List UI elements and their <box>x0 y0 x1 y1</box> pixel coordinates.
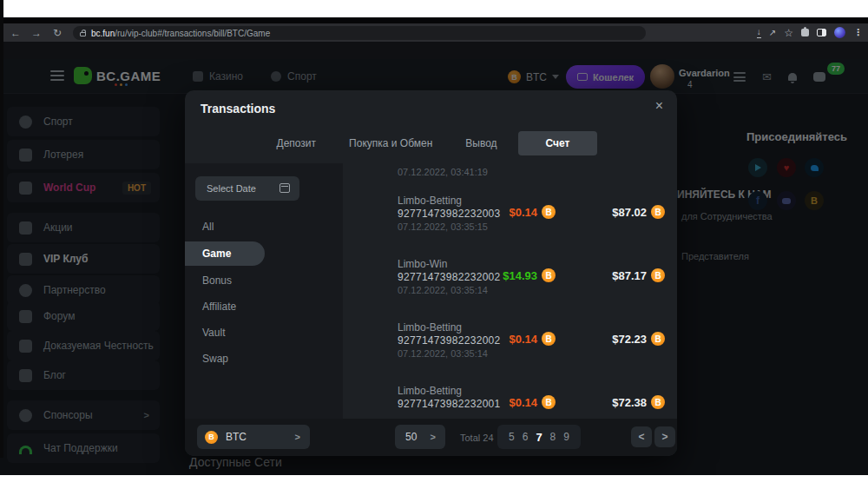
filter-swap[interactable]: Swap <box>202 353 228 365</box>
browser-window: ← → ↻ bc.fun /ru/vip-club#/transactions/… <box>0 17 868 458</box>
page-size-value: 50 <box>405 431 417 443</box>
calendar-icon <box>279 183 290 193</box>
partial-row-time: 07.12.2022, 03:41:19 <box>398 167 488 177</box>
tx-title: Limbo-Betting <box>398 321 462 334</box>
tx-balance: $87.17 <box>612 269 647 282</box>
prev-page-button[interactable]: < <box>631 426 652 447</box>
window-left-edge <box>0 0 3 458</box>
tx-title: Limbo-Betting <box>398 195 462 207</box>
page-8[interactable]: 8 <box>550 431 556 443</box>
tx-amount: $0.14 <box>509 206 537 219</box>
transaction-tabs: Депозит Покупка и Обмен Вывод Счет <box>185 131 677 155</box>
page-7-active[interactable]: 7 <box>536 431 542 444</box>
filter-all[interactable]: All <box>202 221 214 233</box>
share-icon[interactable]: ↗ <box>769 29 776 37</box>
url-host: bc.fun <box>91 29 115 38</box>
tx-time: 07.12.2022, 03:35:15 <box>398 221 488 232</box>
page-5[interactable]: 5 <box>509 431 515 443</box>
url-path: /ru/vip-club#/transactions/bill/BTC/Game <box>115 29 270 38</box>
tx-amount: $14.93 <box>503 269 537 282</box>
tx-balance: $72.23 <box>612 333 647 346</box>
reload-icon[interactable]: ↻ <box>47 27 68 39</box>
tx-balance: $87.02 <box>612 206 647 219</box>
browser-tab-strip <box>0 17 868 23</box>
select-date-label: Select Date <box>207 183 256 194</box>
btc-coin-icon: B <box>651 332 665 346</box>
page-size-selector[interactable]: 50 > <box>395 425 445 449</box>
tx-amount: $0.14 <box>509 333 537 346</box>
download-icon[interactable]: ↓ <box>757 28 761 38</box>
tab-withdraw[interactable]: Вывод <box>453 131 509 155</box>
address-bar[interactable]: bc.fun /ru/vip-club#/transactions/bill/B… <box>73 26 646 40</box>
modal-footer: B BTC > 50 > Total 24 5 6 7 8 9 <box>185 419 677 456</box>
filter-game[interactable]: Game <box>185 241 265 266</box>
filter-affiliate[interactable]: Affiliate <box>202 301 236 313</box>
tx-amount: $0.14 <box>509 396 537 409</box>
transaction-row[interactable]: Limbo-Betting 92771473982232003 07.12.20… <box>398 195 677 238</box>
close-icon[interactable]: × <box>655 98 663 114</box>
transaction-row[interactable]: Limbo-Betting 92771473982232001 $0.14B $… <box>398 385 677 419</box>
chevron-right-icon: > <box>295 432 300 442</box>
btc-coin-icon: B <box>542 205 556 219</box>
filter-vault[interactable]: Vault <box>202 327 225 339</box>
screenshot-stage: ← → ↻ bc.fun /ru/vip-club#/transactions/… <box>0 0 868 489</box>
filter-game-label: Game <box>202 248 231 260</box>
total-count: Total 24 <box>460 433 494 443</box>
footer-currency-selector[interactable]: B BTC > <box>197 425 310 449</box>
lock-icon <box>80 32 86 36</box>
tab-bill[interactable]: Счет <box>518 131 598 155</box>
site-page: BC.GAME Казино Спорт B BTC <box>0 59 868 475</box>
tx-time: 07.12.2022, 03:35:14 <box>398 348 488 359</box>
btc-coin-icon: B <box>651 395 665 409</box>
forward-icon[interactable]: → <box>26 27 47 39</box>
pagination: 5 6 7 8 9 <box>497 425 581 449</box>
back-icon[interactable]: ← <box>5 27 26 39</box>
filter-bonus[interactable]: Bonus <box>202 274 232 287</box>
tx-id: 92771473982232003 <box>398 208 501 220</box>
toolbar-right-icons: ↓ ↗ ☆ ⋮ <box>757 23 863 42</box>
tx-id: 92771473982232001 <box>398 398 501 410</box>
bookmark-star-icon[interactable]: ☆ <box>784 28 793 38</box>
browser-menu-icon[interactable]: ⋮ <box>853 27 863 38</box>
footer-currency-label: BTC <box>226 431 247 443</box>
btc-coin-icon: B <box>542 332 556 346</box>
transaction-row[interactable]: Limbo-Betting 92771473982232002 07.12.20… <box>398 321 677 365</box>
page-9[interactable]: 9 <box>563 431 569 443</box>
transactions-list: 07.12.2022, 03:41:19 Limbo-Betting 92771… <box>343 163 677 419</box>
btc-coin-icon: B <box>542 268 556 282</box>
btc-coin-icon: B <box>205 431 218 444</box>
btc-coin-icon: B <box>651 205 665 219</box>
tx-time: 07.12.2022, 03:35:14 <box>398 285 488 295</box>
chevron-right-icon: > <box>431 432 436 442</box>
transaction-row[interactable]: Limbo-Win 92771473982232002 07.12.2022, … <box>398 258 677 301</box>
tx-title: Limbo-Betting <box>398 385 462 397</box>
tab-deposit[interactable]: Депозит <box>265 131 329 155</box>
modal-title: Transactions <box>201 102 275 116</box>
next-page-button[interactable]: > <box>654 426 675 447</box>
browser-toolbar: ← → ↻ bc.fun /ru/vip-club#/transactions/… <box>0 23 868 42</box>
btc-coin-icon: B <box>542 395 556 409</box>
select-date-button[interactable]: Select Date <box>195 176 299 201</box>
tx-id: 92771473982232002 <box>398 271 501 283</box>
tx-title: Limbo-Win <box>398 258 447 270</box>
transactions-modal: Transactions × Депозит Покупка и Обмен В… <box>185 90 677 456</box>
tx-id: 92771473982232002 <box>398 334 501 347</box>
browser-profile-avatar[interactable] <box>834 27 845 38</box>
extensions-icon[interactable] <box>801 29 809 36</box>
filter-panel: Select Date All Game Bonus Affiliate Vau… <box>185 163 343 419</box>
tab-buy-exchange[interactable]: Покупка и Обмен <box>337 131 444 155</box>
btc-coin-icon: B <box>651 268 665 282</box>
tx-balance: $72.38 <box>612 396 647 409</box>
side-panel-icon[interactable] <box>817 29 826 36</box>
page-6[interactable]: 6 <box>523 431 529 443</box>
